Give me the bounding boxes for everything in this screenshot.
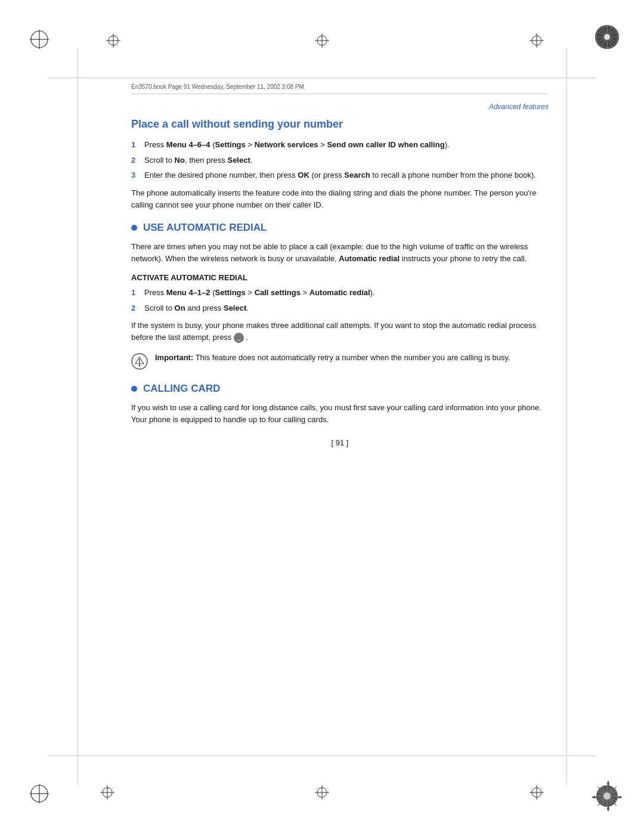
section3-heading: CALLING CARD — [131, 383, 549, 395]
crosshair-bottom-mid — [315, 785, 329, 800]
trim-line-left — [78, 48, 78, 785]
redial-step-2: 2 Scroll to On and press Select. — [131, 302, 549, 314]
trim-line-bottom — [48, 755, 596, 756]
corner-mark-bottom-right — [592, 781, 623, 812]
redial-step-1-num: 1 — [131, 287, 144, 299]
section2-heading: USE AUTOMATIC REDIAL — [131, 222, 549, 234]
svg-point-14 — [604, 34, 610, 40]
section2-steps: 1 Press Menu 4–1–2 (Settings > Call sett… — [131, 287, 549, 314]
content-area: En3570.book Page 91 Wednesday, September… — [131, 83, 549, 744]
section2-body: If the system is busy, your phone makes … — [131, 320, 549, 343]
corner-mark-top-left — [29, 29, 50, 50]
svg-point-55 — [139, 365, 141, 367]
step-3-text: Enter the desired phone number, then pre… — [144, 169, 549, 181]
section2-subheading: ACTIVATE AUTOMATIC REDIAL — [131, 273, 549, 282]
corner-mark-bottom-left — [29, 783, 50, 804]
crosshair-top-mid — [315, 33, 329, 48]
note-label: Important: — [155, 353, 193, 362]
redial-step-1-text: Press Menu 4–1–2 (Settings > Call settin… — [144, 287, 549, 299]
section-auto-redial: USE AUTOMATIC REDIAL There are times whe… — [131, 222, 549, 373]
crosshair-top-left — [106, 33, 120, 48]
page: En3570.book Page 91 Wednesday, September… — [0, 0, 644, 833]
crosshair-bottom-right2 — [530, 785, 544, 800]
section1-body: The phone automatically inserts the feat… — [131, 187, 549, 211]
section-calling-card: CALLING CARD If you wish to use a callin… — [131, 383, 549, 426]
step-1: 1 Press Menu 4–6–4 (Settings > Network s… — [131, 139, 549, 151]
step-2-text: Scroll to No, then press Select. — [144, 154, 549, 166]
section2-intro: There are times when you may not be able… — [131, 241, 549, 265]
section1-steps: 1 Press Menu 4–6–4 (Settings > Network s… — [131, 139, 549, 181]
step-1-num: 1 — [131, 139, 144, 151]
step-2: 2 Scroll to No, then press Select. — [131, 154, 549, 166]
bullet-dot-calling — [131, 386, 137, 392]
crosshair-bottom-left — [100, 785, 114, 800]
redial-step-2-text: Scroll to On and press Select. — [144, 302, 549, 314]
bullet-dot-redial — [131, 225, 137, 231]
step-1-text: Press Menu 4–6–4 (Settings > Network ser… — [144, 139, 549, 151]
section-place-call: Place a call without sending your number… — [131, 118, 549, 211]
svg-point-35 — [603, 792, 611, 800]
crosshair-top-right2 — [530, 33, 544, 48]
section2-heading-text: USE AUTOMATIC REDIAL — [143, 222, 267, 234]
section-category: Advanced features — [131, 103, 549, 111]
step-3: 3 Enter the desired phone number, then p… — [131, 169, 549, 181]
section3-heading-text: CALLING CARD — [143, 383, 220, 395]
redial-step-2-num: 2 — [131, 302, 144, 314]
step-3-num: 3 — [131, 169, 144, 181]
step-2-num: 2 — [131, 154, 144, 166]
corner-mark-top-right — [592, 21, 623, 52]
end-call-icon: ⎯ — [234, 333, 244, 343]
page-number: [ 91 ] — [131, 438, 549, 447]
note-content: This feature does not automatically retr… — [196, 353, 510, 362]
section3-body: If you wish to use a calling card for lo… — [131, 402, 549, 426]
redial-step-1: 1 Press Menu 4–1–2 (Settings > Call sett… — [131, 287, 549, 299]
note-icon — [131, 353, 148, 372]
section1-heading: Place a call without sending your number — [131, 118, 549, 131]
trim-line-top — [48, 78, 596, 78]
note-box: Important: This feature does not automat… — [131, 352, 549, 372]
note-text: Important: This feature does not automat… — [155, 352, 510, 364]
trim-line-right — [566, 48, 567, 785]
file-info: En3570.book Page 91 Wednesday, September… — [131, 83, 549, 94]
